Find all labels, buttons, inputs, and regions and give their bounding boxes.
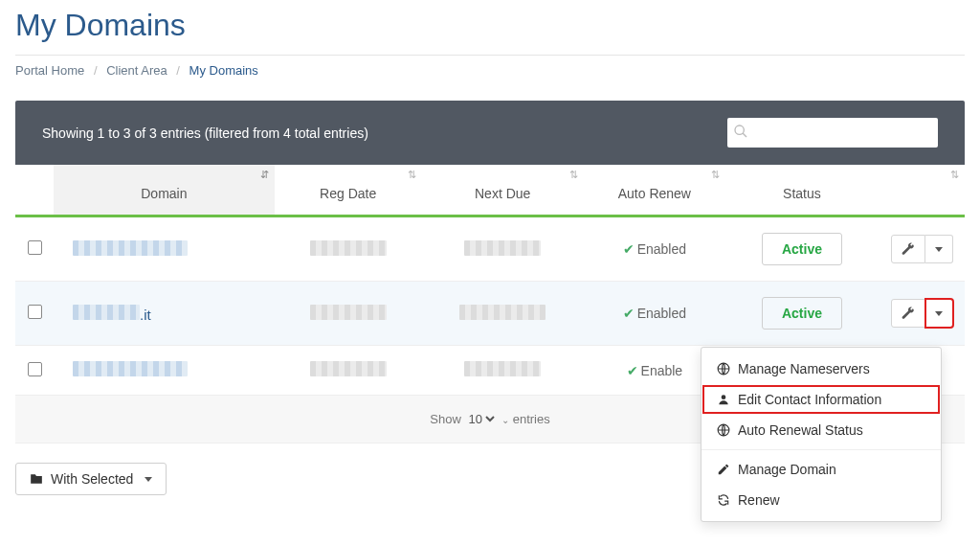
chevron-down-icon: ⌄	[501, 415, 509, 425]
wrench-icon	[902, 242, 915, 256]
check-icon: ✔	[623, 306, 635, 321]
pencil-icon	[717, 463, 730, 476]
search-wrap	[727, 118, 938, 148]
menu-label: Manage Nameservers	[738, 361, 870, 376]
breadcrumb-sep: /	[94, 63, 98, 78]
auto-renew-value: ✔Enabled	[623, 306, 686, 321]
row-actions	[891, 299, 953, 328]
row-checkbox[interactable]	[28, 362, 42, 376]
menu-label: Renew	[738, 492, 780, 503]
bulk-button-label: With Selected	[51, 471, 133, 487]
menu-manage-nameservers[interactable]: Manage Nameservers	[702, 353, 941, 384]
domain-redacted	[73, 305, 140, 320]
table-toolbar: Showing 1 to 3 of 3 entries (filtered fr…	[15, 101, 965, 165]
menu-divider	[702, 449, 941, 450]
manage-button[interactable]	[891, 299, 925, 328]
sort-icon: ⇅	[950, 169, 959, 181]
user-icon	[717, 393, 730, 406]
breadcrumb: Portal Home / Client Area / My Domains	[15, 63, 965, 78]
chevron-down-icon	[935, 247, 943, 252]
col-status[interactable]: Status	[725, 165, 879, 216]
domain-redacted	[73, 240, 188, 256]
page-title: My Domains	[15, 8, 965, 43]
svg-point-3	[722, 395, 726, 399]
menu-auto-renewal-status[interactable]: Auto Renewal Status	[702, 415, 941, 445]
sort-icon: ⇅	[408, 169, 416, 181]
row-checkbox[interactable]	[28, 305, 42, 319]
domain-suffix: .it	[140, 307, 151, 323]
svg-point-0	[735, 125, 744, 134]
breadcrumb-sep: /	[176, 63, 180, 78]
next-due-redacted	[464, 240, 541, 256]
menu-renew[interactable]: Renew	[702, 485, 941, 503]
status-badge: Active	[762, 297, 842, 330]
search-input[interactable]	[727, 118, 938, 148]
search-icon	[733, 124, 748, 139]
menu-manage-domain[interactable]: Manage Domain	[702, 454, 941, 485]
check-icon: ✔	[623, 241, 635, 257]
next-due-redacted	[459, 305, 546, 320]
actions-dropdown-toggle[interactable]	[925, 235, 953, 263]
row-actions-menu: Manage Nameservers Edit Contact Informat…	[701, 347, 942, 503]
col-checkbox[interactable]	[15, 165, 54, 216]
table-row[interactable]: .it ✔Enabled Active	[15, 282, 965, 346]
col-reg-date[interactable]: Reg Date⇅	[275, 165, 422, 216]
col-actions[interactable]: ⇅	[879, 165, 965, 216]
svg-line-1	[743, 133, 746, 137]
breadcrumb-home[interactable]: Portal Home	[15, 63, 84, 78]
reg-date-redacted	[310, 361, 387, 376]
globe-icon	[717, 362, 730, 375]
refresh-icon	[717, 493, 730, 503]
folder-icon	[30, 472, 43, 486]
entries-info: Showing 1 to 3 of 3 entries (filtered fr…	[42, 125, 368, 141]
entries-label: entries	[513, 412, 550, 426]
sort-icon: ⇅	[711, 169, 720, 181]
menu-label: Manage Domain	[738, 462, 836, 477]
with-selected-button[interactable]: With Selected	[15, 463, 167, 495]
actions-dropdown-toggle[interactable]	[925, 299, 953, 328]
menu-label: Auto Renewal Status	[738, 422, 863, 438]
auto-renew-value: ✔Enable	[627, 363, 683, 378]
next-due-redacted	[464, 361, 541, 376]
breadcrumb-client-area[interactable]: Client Area	[106, 63, 167, 78]
show-label: Show	[430, 412, 461, 426]
chevron-down-icon	[935, 311, 943, 316]
wrench-icon	[902, 307, 915, 320]
reg-date-redacted	[310, 305, 387, 320]
col-next-due[interactable]: Next Due⇅	[422, 165, 584, 216]
auto-renew-value: ✔Enabled	[623, 241, 686, 257]
chevron-down-icon	[145, 477, 152, 482]
domain-redacted	[73, 361, 188, 376]
row-actions	[891, 235, 953, 263]
breadcrumb-current: My Domains	[189, 63, 258, 78]
title-divider	[15, 55, 965, 56]
globe-icon	[717, 423, 730, 437]
reg-date-redacted	[310, 240, 387, 256]
manage-button[interactable]	[891, 235, 925, 263]
status-badge: Active	[762, 233, 842, 265]
col-auto-renew[interactable]: Auto Renew⇅	[584, 165, 725, 216]
row-checkbox[interactable]	[28, 240, 42, 255]
menu-label: Edit Contact Information	[738, 392, 881, 407]
check-icon: ✔	[627, 363, 638, 378]
menu-edit-contact-information[interactable]: Edit Contact Information	[702, 384, 941, 415]
table-row[interactable]: ✔Enabled Active	[15, 216, 965, 282]
sort-icon: ⇵	[260, 169, 269, 181]
col-domain[interactable]: Domain⇵	[54, 165, 275, 216]
sort-icon: ⇅	[569, 169, 578, 181]
page-size-select[interactable]: 10	[464, 411, 498, 427]
